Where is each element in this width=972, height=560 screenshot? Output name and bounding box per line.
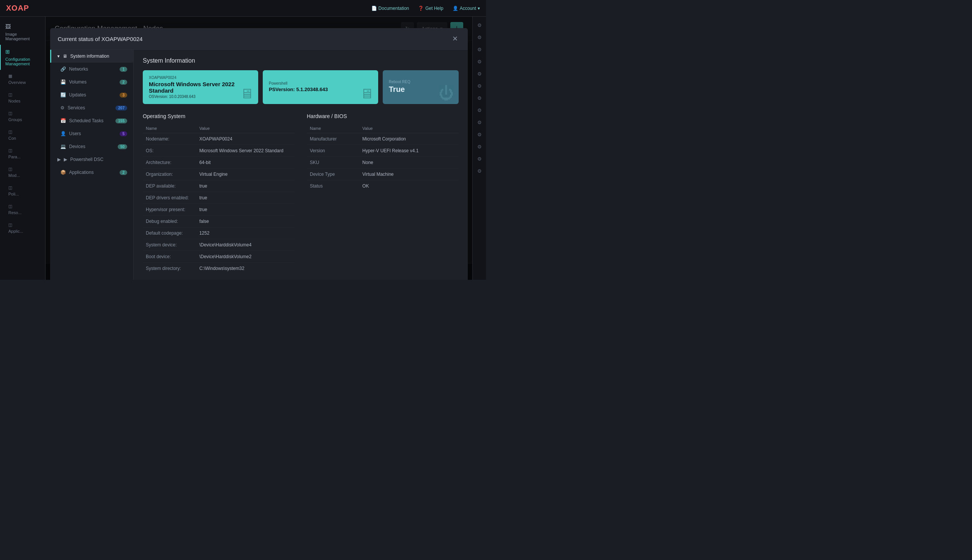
- users-badge: 5: [120, 132, 127, 136]
- config-management-icon: ⊞: [5, 48, 10, 55]
- modal-nav-devices[interactable]: 💻 Devices 50: [50, 140, 133, 153]
- chevron-right-icon: ▶: [57, 157, 61, 162]
- modal-nav-scheduled-tasks[interactable]: 📅 Scheduled Tasks 155: [50, 114, 133, 127]
- modal-dialog: Current status of XOAPWAP0024 ✕ ▾ 🖥 Syst…: [50, 28, 468, 280]
- account-icon: 👤: [453, 6, 458, 11]
- os-row-value: Microsoft Windows Server 2022 Standard: [196, 145, 295, 157]
- modal-nav-services[interactable]: ⚙ Services 207: [50, 102, 133, 114]
- sidebar-item-resources[interactable]: ◫ Reso...: [0, 200, 45, 219]
- os-card-label: XOAPWAP0024: [149, 75, 252, 80]
- right-panel-icon-5[interactable]: ⚙: [474, 68, 485, 79]
- sidebar-item-label: Para...: [8, 155, 20, 159]
- bios-row-name: Status: [307, 180, 359, 192]
- documentation-link[interactable]: 📄 Documentation: [371, 6, 409, 11]
- bios-col-value: Value: [359, 124, 458, 133]
- os-row-value: true: [196, 204, 295, 216]
- modal-sidebar: ▾ 🖥 System information 🔗 Networks 1 💾 Vo…: [50, 50, 133, 280]
- con-icon: ◫: [8, 130, 12, 134]
- ps-card-icon: 🖥: [360, 86, 373, 102]
- right-panel-icon-12[interactable]: ⚙: [474, 153, 485, 164]
- devices-icon: 💻: [60, 144, 66, 149]
- top-navigation: XOAP 📄 Documentation ❓ Get Help 👤 Accoun…: [0, 0, 486, 17]
- right-panel-icon-13[interactable]: ⚙: [474, 165, 485, 176]
- reboot-info-card: Reboot REQ True ⏻: [383, 70, 458, 104]
- os-row-name: Default codepage:: [143, 227, 196, 239]
- sidebar-item-label: Mod...: [8, 173, 20, 178]
- bios-row-name: Device Type: [307, 168, 359, 180]
- services-icon: ⚙: [60, 105, 65, 110]
- sidebar-item-groups[interactable]: ◫ Groups: [0, 107, 45, 126]
- right-panel-icon-4[interactable]: ⚙: [474, 56, 485, 67]
- volumes-icon: 💾: [60, 79, 66, 85]
- image-management-icon: 🖼: [5, 23, 11, 30]
- sidebar-item-modules[interactable]: ◫ Mod...: [0, 163, 45, 182]
- account-link[interactable]: 👤 Account ▾: [453, 6, 480, 11]
- os-row-value: true: [196, 192, 295, 204]
- os-row-value: false: [196, 216, 295, 227]
- bios-row-value: OK: [359, 180, 458, 192]
- modal-nav-applications[interactable]: 📦 Applications 2: [50, 166, 133, 179]
- modal-nav-updates[interactable]: 🔄 Updates 3: [50, 88, 133, 102]
- right-panel-icon-9[interactable]: ⚙: [474, 117, 485, 128]
- sidebar-item-configuration-management[interactable]: ⊞ Configuration Management: [0, 45, 45, 70]
- right-panel-icon-10[interactable]: ⚙: [474, 129, 485, 140]
- sidebar-item-parameters[interactable]: ◫ Para...: [0, 144, 45, 163]
- get-help-link[interactable]: ❓ Get Help: [418, 6, 443, 11]
- updates-icon: 🔄: [60, 92, 66, 98]
- os-row-name: Nodename:: [143, 133, 196, 145]
- sidebar-item-nodes[interactable]: ◫ Nodes: [0, 88, 45, 107]
- account-label: Account: [460, 6, 476, 11]
- os-row-name: Hypervisor present:: [143, 204, 196, 216]
- sidebar-item-policies[interactable]: ◫ Poli...: [0, 182, 45, 200]
- os-row-name: Debug enabled:: [143, 216, 196, 227]
- sidebar-item-image-management[interactable]: 🖼 Image Management: [0, 20, 45, 45]
- right-panel-icon-11[interactable]: ⚙: [474, 141, 485, 152]
- bios-table-row: StatusOK: [307, 180, 458, 192]
- modal-nav-networks[interactable]: 🔗 Networks 1: [50, 63, 133, 75]
- modal-close-button[interactable]: ✕: [450, 33, 460, 44]
- applications-icon: ◫: [8, 222, 12, 227]
- modal-header: Current status of XOAPWAP0024 ✕: [50, 28, 468, 50]
- os-card-content: XOAPWAP0024 Microsoft Windows Server 202…: [149, 75, 252, 99]
- modal-overlay: Current status of XOAPWAP0024 ✕ ▾ 🖥 Syst…: [45, 17, 472, 280]
- sidebar-item-con[interactable]: ◫ Con: [0, 126, 45, 144]
- os-table-row: DEP available:true: [143, 180, 295, 192]
- sidebar-item-label: Image Management: [5, 32, 41, 41]
- policies-icon: ◫: [8, 185, 12, 190]
- ps-card-title: PSVersion: 5.1.20348.643: [269, 87, 328, 92]
- modal-nav-system-information[interactable]: ▾ 🖥 System information: [50, 50, 133, 63]
- system-info-icon: 🖥: [63, 53, 67, 59]
- reboot-card-title: True: [389, 85, 410, 94]
- sidebar-item-applications[interactable]: ◫ Applic...: [0, 219, 45, 237]
- os-table-row: Organization:Virtual Engine: [143, 168, 295, 180]
- modal-nav-volumes[interactable]: 💾 Volumes 2: [50, 75, 133, 88]
- os-row-name: System device:: [143, 239, 196, 251]
- right-panel-icon-8[interactable]: ⚙: [474, 105, 485, 115]
- info-cards-row: XOAPWAP0024 Microsoft Windows Server 202…: [143, 70, 458, 104]
- os-table-row: Architecture:64-bit: [143, 157, 295, 168]
- os-table-row: System directory:C:\Windows\system32: [143, 263, 295, 275]
- ps-card-content: Powershell PSVersion: 5.1.20348.643: [269, 81, 328, 93]
- modal-nav-powershell-dsc[interactable]: ▶ ▶ Powershell DSC: [50, 153, 133, 166]
- sidebar-item-overview[interactable]: ▦ Overview: [0, 70, 45, 88]
- os-row-value: 64-bit: [196, 157, 295, 168]
- right-panel-icon-7[interactable]: ⚙: [474, 93, 485, 103]
- right-panel-icon-6[interactable]: ⚙: [474, 80, 485, 91]
- main-layout: 🖼 Image Management ⊞ Configuration Manag…: [0, 17, 486, 280]
- os-row-value: \Device\HarddiskVolume2: [196, 251, 295, 263]
- bios-data-table: Name Value ManufacturerMicrosoft Corpora…: [307, 124, 458, 192]
- os-info-card: XOAPWAP0024 Microsoft Windows Server 202…: [143, 70, 258, 104]
- networks-badge: 1: [120, 67, 127, 72]
- bios-row-value: None: [359, 157, 458, 168]
- modal-title: Current status of XOAPWAP0024: [58, 36, 143, 42]
- modal-nav-users[interactable]: 👤 Users 5: [50, 127, 133, 140]
- right-panel-icon-2[interactable]: ⚙: [474, 32, 485, 43]
- right-panel-icon-1[interactable]: ⚙: [474, 20, 485, 30]
- sidebar-item-label: Configuration Management: [5, 57, 41, 66]
- right-panel-icon-3[interactable]: ⚙: [474, 44, 485, 55]
- os-row-value: C:\Windows\system32: [196, 263, 295, 275]
- sidebar-item-label: Groups: [8, 117, 22, 122]
- services-badge: 207: [115, 105, 127, 110]
- right-panel: ⚙ ⚙ ⚙ ⚙ ⚙ ⚙ ⚙ ⚙ ⚙ ⚙ ⚙ ⚙ ⚙: [472, 17, 486, 280]
- devices-badge: 50: [118, 144, 127, 149]
